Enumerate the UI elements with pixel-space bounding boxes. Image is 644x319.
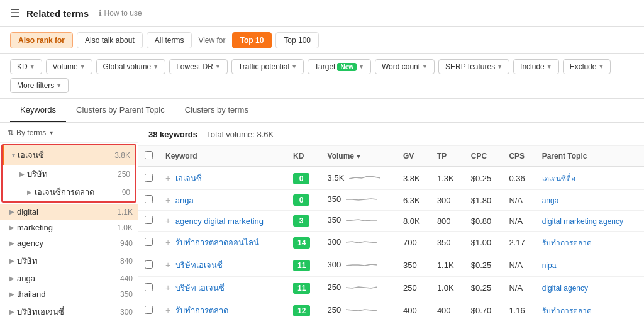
td-volume-2: 350 xyxy=(321,211,397,232)
filter-serp-features[interactable]: SERP features ▼ xyxy=(438,59,509,74)
td-kd-3: 14 xyxy=(287,232,321,254)
parent-topic-link-1[interactable]: anga xyxy=(542,196,559,205)
filter-lowest-dr[interactable]: Lowest DR ▼ xyxy=(169,59,228,74)
sidebar-item-burisat[interactable]: ▶ บริษัท 840 xyxy=(0,251,138,271)
sidebar-item-anga[interactable]: ▶ anga 440 xyxy=(0,271,138,286)
kd-badge-1: 0 xyxy=(293,194,309,206)
sub-tab-keywords[interactable]: Keywords xyxy=(10,99,66,122)
volume-val-5: 250 xyxy=(328,283,341,292)
tab-also-talk-about[interactable]: Also talk about xyxy=(77,32,143,48)
td-keyword-5: + บริษัท เอเจนซี่ xyxy=(159,277,287,299)
sidebar-item-0-child-0[interactable]: ▶ บริษัท 250 xyxy=(3,165,135,183)
tab-also-rank-for[interactable]: Also rank for xyxy=(10,32,73,48)
row-checkbox-5[interactable] xyxy=(145,283,153,291)
td-cps-3: 2.17 xyxy=(502,232,535,254)
th-tp: TP xyxy=(431,146,465,167)
parent-topic-link-4[interactable]: nipa xyxy=(542,261,557,270)
keyword-link-2[interactable]: agency digital marketing xyxy=(175,216,264,226)
row-checkbox-0[interactable] xyxy=(145,174,153,182)
table-row: + บริษัทเอเจนซี่ 11 300 350 1.1K $0.25 N… xyxy=(138,254,644,277)
sidebar-count-bua: 300 xyxy=(120,308,133,316)
menu-icon[interactable]: ☰ xyxy=(10,6,20,20)
td-cpc-3: $1.00 xyxy=(465,232,503,254)
row-checkbox-4[interactable] xyxy=(145,260,153,269)
sidebar-label-bua: บริษัทเอเจนซี่ xyxy=(17,305,64,318)
expand-row-0[interactable]: + xyxy=(165,173,170,183)
tab-top-100[interactable]: Top 100 xyxy=(275,32,319,48)
sub-tab-clusters-terms[interactable]: Clusters by terms xyxy=(175,99,258,122)
expand-arrow-marketing: ▶ xyxy=(9,224,14,231)
volume-val-2: 350 xyxy=(328,215,341,225)
td-gv-1: 6.3K xyxy=(397,190,431,211)
td-keyword-1: + anga xyxy=(159,190,287,211)
expand-row-6[interactable]: + xyxy=(165,305,170,315)
expand-arrow-0c0: ▶ xyxy=(19,171,25,177)
sidebar-count-0c0: 250 xyxy=(118,170,130,179)
kd-badge-3: 14 xyxy=(293,237,310,249)
keyword-link-3[interactable]: รับทำการตลาดออนไลน์ xyxy=(175,238,259,247)
sidebar-item-thailand[interactable]: ▶ thailand 350 xyxy=(0,286,138,302)
sidebar-item-burisatagency[interactable]: ▶ บริษัทเอเจนซี่ 300 xyxy=(0,302,138,319)
td-cps-0: 0.36 xyxy=(502,167,535,190)
keyword-link-5[interactable]: บริษัท เอเจนซี่ xyxy=(175,283,225,293)
select-all-checkbox[interactable] xyxy=(145,151,153,159)
volume-val-6: 250 xyxy=(328,305,341,315)
sparkline-2 xyxy=(346,215,377,227)
row-checkbox-2[interactable] xyxy=(145,216,153,224)
volume-val-4: 300 xyxy=(328,260,341,269)
td-tp-2: 800 xyxy=(431,211,465,232)
sidebar-item-agency[interactable]: ▶ agency 940 xyxy=(0,235,138,251)
expand-row-1[interactable]: + xyxy=(165,195,170,205)
sidebar-sort-header[interactable]: ⇅ By terms ▼ xyxy=(0,123,138,143)
expand-row-2[interactable]: + xyxy=(165,216,170,226)
td-tp-1: 300 xyxy=(431,190,465,211)
td-gv-4: 350 xyxy=(397,254,431,277)
filter-traffic-potential[interactable]: Traffic potential ▼ xyxy=(231,59,304,74)
table-row: + รับทำการตลาด 12 250 400 400 $0.70 1.16… xyxy=(138,299,644,320)
filter-include[interactable]: Include ▼ xyxy=(513,59,559,74)
keyword-link-1[interactable]: anga xyxy=(175,196,194,205)
keyword-link-0[interactable]: เอเจนซี่ xyxy=(175,174,202,183)
sidebar-item-digital[interactable]: ▶ digital 1.1K xyxy=(0,204,138,220)
top-bar: ☰ Related terms ℹ How to use xyxy=(0,0,644,27)
tab-top-10[interactable]: Top 10 xyxy=(232,32,272,48)
expand-row-3[interactable]: + xyxy=(165,237,170,247)
sidebar-label-burisat: บริษัท xyxy=(17,254,38,267)
sidebar-item-0[interactable]: ▾ เอเจนซี่ 3.8K xyxy=(3,145,135,165)
help-link[interactable]: ℹ How to use xyxy=(99,9,142,18)
parent-topic-link-6[interactable]: รับทำการตลาด xyxy=(542,306,592,315)
filter-more[interactable]: More filters ▼ xyxy=(10,78,69,93)
filter-target[interactable]: Target New ▼ xyxy=(308,59,371,74)
sub-tab-clusters-parent[interactable]: Clusters by Parent Topic xyxy=(66,99,175,122)
parent-topic-link-5[interactable]: digital agency xyxy=(542,284,588,293)
sidebar-item-marketing[interactable]: ▶ marketing 1.0K xyxy=(0,220,138,235)
keyword-link-6[interactable]: รับทำการตลาด xyxy=(175,306,228,315)
filter-global-volume[interactable]: Global volume ▼ xyxy=(96,59,166,74)
sidebar-label-0c1: เอเจนซี่การตลาด xyxy=(35,186,94,199)
td-checkbox-3 xyxy=(138,232,159,254)
expand-row-5[interactable]: + xyxy=(165,283,170,293)
parent-topic-link-3[interactable]: รับทำการตลาด xyxy=(542,238,592,247)
keyword-link-4[interactable]: บริษัทเอเจนซี่ xyxy=(175,260,223,270)
sort-icon: ⇅ xyxy=(8,128,14,137)
td-keyword-0: + เอเจนซี่ xyxy=(159,167,287,190)
filter-exclude[interactable]: Exclude ▼ xyxy=(563,59,611,74)
td-gv-3: 700 xyxy=(397,232,431,254)
row-checkbox-6[interactable] xyxy=(145,306,153,314)
td-cps-6: 1.16 xyxy=(502,299,535,320)
expand-row-4[interactable]: + xyxy=(165,260,170,270)
sidebar-item-0-child-1[interactable]: ▶ เอเจนซี่การตลาด 90 xyxy=(3,183,135,201)
parent-topic-link-0[interactable]: เอเจนซี่ตื่อ xyxy=(542,174,575,183)
table-row: + รับทำการตลาดออนไลน์ 14 300 700 350 $1.… xyxy=(138,232,644,254)
filter-kd[interactable]: KD ▼ xyxy=(10,59,42,74)
parent-topic-link-2[interactable]: digital marketing agency xyxy=(542,217,623,226)
filter-word-count[interactable]: Word count ▼ xyxy=(375,59,435,74)
th-cpc: CPC xyxy=(465,146,503,167)
sidebar-selected-group: ▾ เอเจนซี่ 3.8K ▶ บริษัท 250 ▶ เอเจนซี่ก… xyxy=(1,144,136,203)
filter-volume[interactable]: Volume ▼ xyxy=(46,59,92,74)
th-cps: CPS xyxy=(502,146,535,167)
row-checkbox-3[interactable] xyxy=(145,238,153,246)
volume-val-0: 3.5K xyxy=(328,173,345,182)
row-checkbox-1[interactable] xyxy=(145,195,153,203)
tab-all-terms[interactable]: All terms xyxy=(147,32,192,48)
